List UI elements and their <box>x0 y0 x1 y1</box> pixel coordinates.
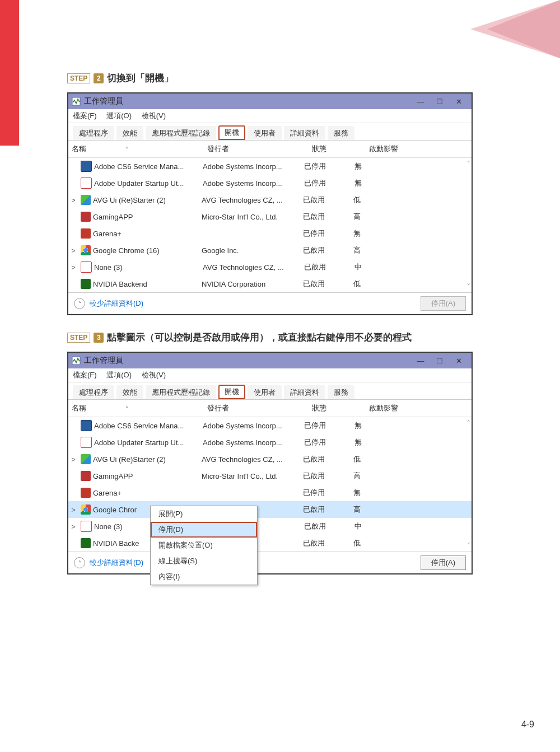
tab-details[interactable]: 詳細資料 <box>284 126 325 140</box>
app-icon <box>81 195 91 205</box>
table-row[interactable]: Adobe CS6 Service Mana...Adobe Systems I… <box>68 158 472 175</box>
table-row[interactable]: Garena+已停用無 <box>68 225 472 242</box>
table-row[interactable]: >None (3)ies CZ, ...已啟用中 <box>68 518 472 535</box>
maximize-button[interactable]: ☐ <box>430 354 449 367</box>
tab-users[interactable]: 使用者 <box>248 385 282 399</box>
menu-search-online[interactable]: 線上搜尋(S) <box>151 553 257 569</box>
menu-open-location[interactable]: 開啟檔案位置(O) <box>151 538 257 553</box>
fewer-details-link[interactable]: 較少詳細資料(D) <box>90 558 143 568</box>
minimize-button[interactable]: — <box>411 95 430 108</box>
scroll-down-icon[interactable]: ˅ <box>467 283 470 290</box>
tab-performance[interactable]: 效能 <box>116 385 143 399</box>
startup-list: ˄ Adobe CS6 Service Mana...Adobe Systems… <box>68 417 472 552</box>
menu-expand[interactable]: 展開(P) <box>151 506 257 522</box>
menu-bar: 檔案(F) 選項(O) 檢視(V) <box>68 368 472 382</box>
page-number: 4-9 <box>521 720 534 730</box>
table-row[interactable]: Adobe Updater Startup Ut...Adobe Systems… <box>68 175 472 191</box>
tab-app-history[interactable]: 應用程式歷程記錄 <box>146 385 216 399</box>
table-row-selected[interactable]: >Google Chror已啟用高 <box>68 501 472 518</box>
menu-file[interactable]: 檔案(F) <box>73 111 97 120</box>
tab-services[interactable]: 服務 <box>328 385 354 399</box>
menu-view[interactable]: 檢視(V) <box>142 111 166 120</box>
close-button[interactable]: ✕ <box>449 354 468 367</box>
window-footer: ˄ 較少詳細資料(D) 停用(A) <box>68 292 472 314</box>
tab-bar: 處理程序 效能 應用程式歷程記錄 開機 使用者 詳細資料 服務 <box>68 123 472 141</box>
menu-view[interactable]: 檢視(V) <box>142 371 166 379</box>
tab-services[interactable]: 服務 <box>328 126 354 140</box>
close-button[interactable]: ✕ <box>449 95 468 108</box>
table-row[interactable]: >AVG Ui (Re)Starter (2)AVG Technologies … <box>68 451 472 468</box>
minimize-button[interactable]: — <box>411 354 430 367</box>
table-row[interactable]: NVIDIA Backeation已啟用低 <box>68 535 472 552</box>
tab-startup[interactable]: 開機 <box>218 125 245 140</box>
titlebar[interactable]: 工作管理員 — ☐ ✕ <box>68 94 472 109</box>
app-icon <box>81 505 91 515</box>
menu-file[interactable]: 檔案(F) <box>73 371 97 379</box>
sort-arrow-icon: ˄ <box>125 405 128 412</box>
svg-marker-1 <box>487 0 560 58</box>
app-icon <box>81 454 91 464</box>
menu-options[interactable]: 選項(O) <box>106 371 132 379</box>
titlebar[interactable]: 工作管理員 — ☐ ✕ <box>68 353 472 368</box>
col-name[interactable]: 名稱˄ <box>68 403 204 413</box>
tab-performance[interactable]: 效能 <box>116 126 143 140</box>
tab-startup[interactable]: 開機 <box>218 385 245 399</box>
collapse-icon[interactable]: ˄ <box>74 557 85 568</box>
step-label: STEP <box>67 73 90 83</box>
app-icon <box>81 538 91 548</box>
collapse-icon[interactable]: ˄ <box>74 298 85 309</box>
app-icon <box>81 245 91 255</box>
tab-processes[interactable]: 處理程序 <box>73 126 114 140</box>
menu-bar: 檔案(F) 選項(O) 檢視(V) <box>68 109 472 123</box>
step-title: 點擊圖示（可以控制是否啟用或停用），或直接點右鍵停用不必要的程式 <box>107 331 412 344</box>
tab-app-history[interactable]: 應用程式歷程記錄 <box>146 126 216 140</box>
table-row[interactable]: GamingAPPMicro-Star Int'l Co., Ltd.已啟用高 <box>68 208 472 225</box>
fewer-details-link[interactable]: 較少詳細資料(D) <box>90 298 143 309</box>
startup-list: ˄ Adobe CS6 Service Mana...Adobe Systems… <box>68 158 472 292</box>
scroll-up-icon[interactable]: ˄ <box>467 160 470 167</box>
scroll-down-icon[interactable]: ˅ <box>467 542 470 549</box>
table-row[interactable]: Adobe Updater Startup Ut...Adobe Systems… <box>68 434 472 451</box>
table-row[interactable]: >AVG Ui (Re)Starter (2)AVG Technologies … <box>68 191 472 208</box>
tab-details[interactable]: 詳細資料 <box>284 385 325 399</box>
table-row[interactable]: GamingAPPMicro-Star Int'l Co., Ltd.已啟用高 <box>68 468 472 484</box>
step3-heading: STEP 3 點擊圖示（可以控制是否啟用或停用），或直接點右鍵停用不必要的程式 <box>67 331 482 344</box>
table-row[interactable]: Adobe CS6 Service Mana...Adobe Systems I… <box>68 417 472 434</box>
col-status[interactable]: 狀態 <box>309 144 366 154</box>
table-row[interactable]: Garena+已停用無 <box>68 484 472 501</box>
window-footer: ˄ 較少詳細資料(D) 停用(A) <box>68 552 472 573</box>
app-icon <box>81 471 91 481</box>
scroll-up-icon[interactable]: ˄ <box>467 419 470 427</box>
step-number: 3 <box>94 333 104 343</box>
app-icon <box>81 279 91 289</box>
disable-button[interactable]: 停用(A) <box>421 555 466 570</box>
menu-disable[interactable]: 停用(D) <box>151 522 257 538</box>
table-row[interactable]: NVIDIA BackendNVIDIA Corporation已啟用低 <box>68 275 472 292</box>
app-icon <box>81 420 92 431</box>
task-manager-window-1: 工作管理員 — ☐ ✕ 檔案(F) 選項(O) 檢視(V) 處理程序 效能 應用… <box>67 92 473 315</box>
app-icon <box>81 161 92 172</box>
maximize-button[interactable]: ☐ <box>430 95 449 108</box>
app-icon <box>81 521 92 532</box>
col-status[interactable]: 狀態 <box>309 403 366 413</box>
step-number: 2 <box>94 73 104 83</box>
tab-users[interactable]: 使用者 <box>248 126 282 140</box>
disable-button[interactable]: 停用(A) <box>421 296 466 311</box>
table-row[interactable]: >Google Chrome (16)Google Inc.已啟用高 <box>68 242 472 259</box>
col-impact[interactable]: 啟動影響 <box>366 403 440 413</box>
app-icon <box>72 97 81 106</box>
tab-bar: 處理程序 效能 應用程式歷程記錄 開機 使用者 詳細資料 服務 <box>68 382 472 400</box>
app-icon <box>72 356 81 365</box>
col-publisher[interactable]: 發行者 <box>204 144 309 154</box>
col-publisher[interactable]: 發行者 <box>204 403 309 413</box>
side-red-tab <box>0 0 19 146</box>
table-row[interactable]: >None (3)AVG Technologies CZ, ...已啟用中 <box>68 259 472 275</box>
column-headers: 名稱˄ 發行者 狀態 啟動影響 <box>68 400 472 417</box>
menu-properties[interactable]: 內容(I) <box>151 569 257 585</box>
menu-options[interactable]: 選項(O) <box>106 111 132 120</box>
sort-arrow-icon: ˄ <box>125 146 128 152</box>
col-name[interactable]: 名稱˄ <box>68 144 204 154</box>
col-impact[interactable]: 啟動影響 <box>366 144 440 154</box>
tab-processes[interactable]: 處理程序 <box>73 385 114 399</box>
step-title: 切換到「開機」 <box>107 72 174 85</box>
